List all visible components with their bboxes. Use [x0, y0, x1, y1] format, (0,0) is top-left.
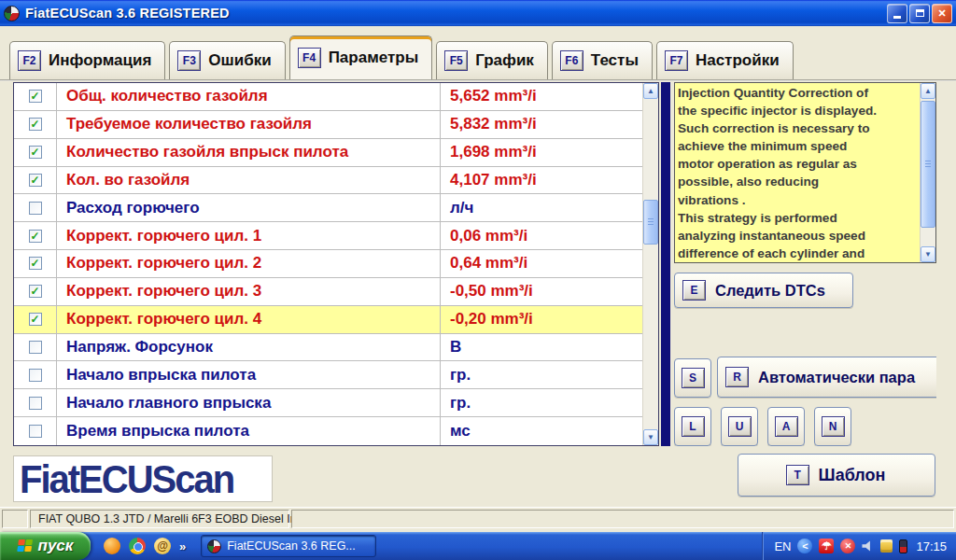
screen: { "window": { "title": "FiatECUScan 3.6 … [0, 0, 956, 560]
checkbox-cell [14, 194, 57, 221]
n-button[interactable]: N [814, 407, 851, 446]
tab-label: Параметры [329, 49, 419, 67]
tab-f7[interactable]: F7Настройки [656, 41, 794, 79]
quicklaunch-overflow-chevron[interactable]: » [179, 539, 186, 553]
row-checkbox[interactable] [29, 397, 42, 410]
start-button[interactable]: пуск [0, 532, 91, 560]
tray-device-icon[interactable] [899, 539, 907, 553]
info-scroll-thumb[interactable] [921, 101, 935, 228]
auto-parameters-button[interactable]: R Автоматически пара [717, 357, 936, 398]
parameter-description-text: Injection Quantity Correction of the spe… [675, 83, 920, 262]
param-name: Напряж. Форсунок [57, 334, 441, 361]
s-button[interactable]: S [674, 358, 711, 398]
checkbox-cell [14, 361, 57, 388]
table-row[interactable]: ✓Требуемое количество газойля5,832 mm³/i [14, 111, 642, 139]
tray-updates-icon[interactable] [880, 539, 893, 553]
tab-label: Информация [49, 51, 151, 70]
tray-collapse-icon[interactable]: < [797, 539, 812, 553]
hotkey-badge: N [822, 416, 845, 437]
app-icon[interactable] [4, 6, 20, 21]
l-button[interactable]: L [674, 407, 711, 446]
quicklaunch-app-icon[interactable] [104, 538, 120, 554]
row-checkbox[interactable]: ✓ [29, 90, 42, 103]
taskbar-task-fiatecuscan[interactable]: FiatECUScan 3.6 REG... [201, 535, 376, 557]
param-value: гр. [441, 361, 642, 388]
table-row[interactable]: ✓Коррект. горючего цил. 10,06 mm³/i [14, 222, 642, 250]
status-cell-spacer [291, 510, 954, 528]
table-row[interactable]: ✓Коррект. горючего цил. 4-0,20 mm³/i [14, 306, 642, 334]
close-icon: ✕ [937, 7, 946, 20]
table-row[interactable]: ✓Общ. количество газойля5,652 mm³/i [14, 83, 642, 111]
row-checkbox[interactable]: ✓ [29, 257, 42, 270]
tab-label: Настройки [696, 51, 780, 70]
restore-button[interactable] [909, 4, 930, 23]
table-row[interactable]: Время впрыска пилотамс [14, 417, 642, 445]
hotkey-badge: S [682, 368, 705, 388]
table-scrollbar[interactable]: ▲ ▼ [642, 83, 658, 445]
table-row[interactable]: Напряж. ФорсунокВ [14, 334, 642, 362]
template-button[interactable]: T Шаблон [738, 454, 935, 497]
row-checkbox[interactable] [29, 425, 42, 438]
scroll-up-icon[interactable]: ▲ [921, 83, 935, 99]
scroll-down-icon[interactable]: ▼ [921, 246, 935, 262]
row-checkbox[interactable]: ✓ [29, 174, 42, 187]
row-checkbox[interactable]: ✓ [29, 313, 42, 326]
watch-dtcs-button[interactable]: E Следить DTCs [674, 273, 853, 308]
status-bar: FIAT QUBO 1.3 JTD / Marelli 6F3 EOBD Die… [0, 507, 956, 530]
tab-strip: F2ИнформацияF3ОшибкиF4ПараметрыF5ГрафикF… [9, 35, 794, 79]
taskbar: пуск @ » FiatECUScan 3.6 REG... EN < ☂ ✕… [0, 532, 956, 560]
scroll-down-icon[interactable]: ▼ [643, 429, 658, 445]
minimize-button[interactable] [887, 4, 907, 23]
tray-error-icon[interactable]: ✕ [840, 539, 855, 553]
row-checkbox[interactable]: ✓ [29, 146, 42, 159]
scroll-up-icon[interactable]: ▲ [643, 83, 658, 99]
brand-logo: FiatECUScan [20, 457, 233, 501]
table-row[interactable]: Расход горючегол/ч [14, 194, 642, 222]
param-value: -0,20 mm³/i [441, 306, 642, 333]
table-row[interactable]: Начало главного впрыскагр. [14, 389, 642, 417]
mail-at-icon[interactable]: @ [154, 538, 171, 554]
app-icon [207, 539, 221, 553]
param-value: 5,652 mm³/i [441, 83, 642, 110]
tab-f5[interactable]: F5График [436, 41, 548, 79]
fkey-badge: F6 [560, 50, 583, 71]
tab-f3[interactable]: F3Ошибки [169, 41, 285, 79]
language-indicator[interactable]: EN [774, 539, 791, 553]
checkbox-cell: ✓ [14, 139, 57, 166]
hotkey-badge: A [775, 416, 798, 437]
antivirus-icon[interactable]: ☂ [819, 539, 834, 553]
close-button[interactable]: ✕ [932, 4, 952, 23]
param-value: 1,698 mm³/i [441, 139, 642, 166]
row-checkbox[interactable]: ✓ [29, 285, 42, 298]
chrome-icon[interactable] [129, 538, 146, 554]
tab-f2[interactable]: F2Информация [9, 41, 165, 79]
param-name: Коррект. горючего цил. 1 [57, 222, 441, 249]
status-cell-empty [2, 510, 28, 528]
a-button[interactable]: A [767, 407, 805, 446]
row-checkbox[interactable] [29, 369, 42, 382]
table-row[interactable]: ✓Кол. во газойля4,107 mm³/i [14, 167, 642, 195]
info-scrollbar[interactable]: ▲ ▼ [920, 83, 935, 262]
row-checkbox[interactable]: ✓ [29, 118, 42, 131]
row-checkbox[interactable] [29, 341, 42, 354]
table-scroll-thumb[interactable] [643, 200, 658, 245]
table-row[interactable]: Начало впрыска пилотагр. [14, 361, 642, 389]
table-row[interactable]: ✓Коррект. горючего цил. 20,64 mm³/i [14, 250, 642, 278]
table-row[interactable]: ✓Количество газойля впрыск пилота1,698 m… [14, 139, 642, 167]
hotkey-badge: R [725, 367, 749, 387]
tab-f4[interactable]: F4Параметры [289, 35, 433, 79]
quick-launch: @ » [91, 538, 193, 554]
checkbox-cell: ✓ [14, 222, 57, 249]
title-bar: FiatECUScan 3.6 REGISTERED ✕ [0, 0, 956, 26]
hotkey-badge: E [682, 280, 706, 301]
row-checkbox[interactable]: ✓ [29, 230, 42, 243]
u-button[interactable]: U [721, 407, 758, 446]
param-value: л/ч [441, 194, 642, 221]
tabstrip-divider [0, 79, 956, 81]
tab-f6[interactable]: F6Тесты [552, 41, 653, 79]
row-checkbox[interactable] [29, 202, 42, 215]
hotkey-badge: U [728, 416, 752, 437]
table-row[interactable]: ✓Коррект. горючего цил. 3-0,50 mm³/i [14, 278, 642, 306]
checkbox-cell: ✓ [14, 306, 57, 333]
volume-icon[interactable] [862, 540, 874, 552]
